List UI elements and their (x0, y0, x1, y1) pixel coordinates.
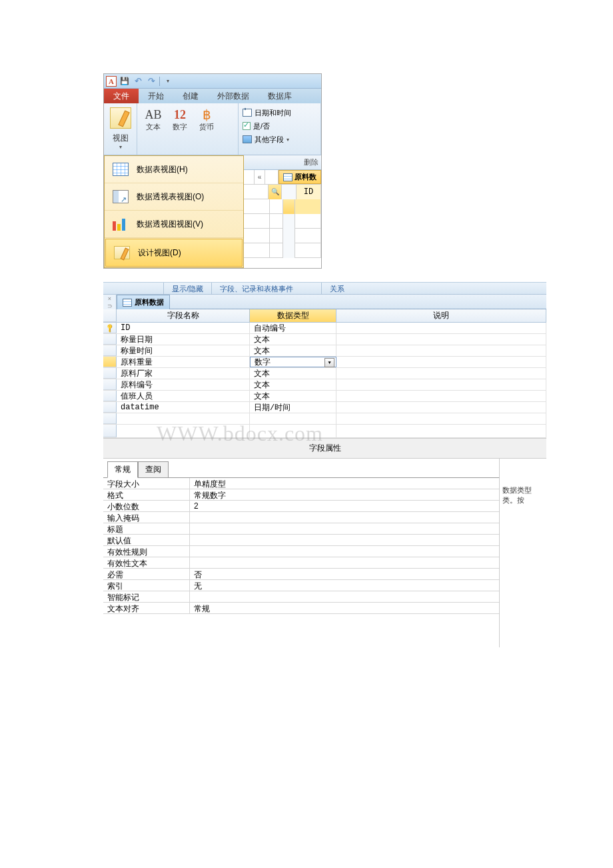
collapse-nav-icon[interactable]: « (255, 170, 265, 185)
design-table-tab[interactable]: 原料数据 (117, 295, 170, 309)
data-type-cell[interactable]: 日期/时间 (250, 402, 336, 413)
property-value[interactable] (190, 591, 499, 602)
field-type-text[interactable]: AB 文本 (143, 107, 164, 151)
field-type-number[interactable]: 12 数字 (169, 107, 191, 151)
delete-label[interactable]: 删除 (304, 157, 318, 167)
description-cell[interactable] (336, 345, 546, 356)
property-value[interactable]: 2 (190, 501, 499, 511)
property-row[interactable]: 文本对齐常规 (103, 603, 499, 614)
field-row[interactable]: 🔑ID自动编号 (103, 323, 546, 334)
row-selector[interactable] (103, 413, 117, 424)
property-value[interactable]: 常规 (190, 603, 499, 613)
row-selector[interactable] (103, 334, 117, 345)
field-name-cell[interactable]: 原料编号 (117, 379, 250, 390)
view-button-icon[interactable] (110, 107, 131, 129)
field-name-cell[interactable]: 称量日期 (117, 334, 250, 345)
field-row[interactable]: datatime日期/时间 (103, 402, 546, 413)
property-row[interactable]: 必需否 (103, 569, 499, 580)
property-row[interactable]: 标题 (103, 523, 499, 535)
field-row[interactable]: 原料厂家文本 (103, 368, 546, 379)
qat-customize-icon[interactable]: ▾ (163, 76, 173, 87)
undo-icon[interactable]: ↶ (133, 76, 143, 87)
data-type-cell[interactable]: 文本 (250, 368, 336, 379)
tab-database[interactable]: 数据库 (259, 89, 301, 103)
field-row[interactable]: 称量日期文本 (103, 334, 546, 345)
empty-field-row[interactable] (103, 425, 546, 438)
redo-icon[interactable]: ↷ (146, 76, 157, 87)
field-type-more[interactable]: 其他字段 ▾ (243, 133, 316, 146)
data-type-cell[interactable]: 自动编号 (250, 323, 336, 333)
property-value[interactable]: 常规数字 (190, 489, 499, 500)
property-row[interactable]: 索引无 (103, 580, 499, 591)
field-name-cell[interactable]: 原料重量 (117, 357, 250, 367)
property-value[interactable]: 单精度型 (190, 478, 499, 489)
property-row[interactable]: 格式常规数字 (103, 489, 499, 501)
field-row[interactable]: 值班人员文本 (103, 391, 546, 402)
save-icon[interactable]: 💾 (119, 76, 130, 87)
menu-pivottable-view[interactable]: 数据透视表视图(O) (105, 183, 243, 211)
property-row[interactable]: 智能标记 (103, 591, 499, 603)
property-value[interactable] (190, 535, 499, 545)
menu-design-view[interactable]: 设计视图(D) (105, 239, 243, 267)
tab-external-data[interactable]: 外部数据 (208, 89, 259, 103)
tab-create[interactable]: 创建 (173, 89, 208, 103)
data-type-cell[interactable]: 文本 (250, 345, 336, 356)
row-selector[interactable] (103, 391, 117, 401)
search-button[interactable]: 🔍 (269, 185, 282, 199)
property-value[interactable] (190, 546, 499, 557)
empty-field-row[interactable] (103, 413, 546, 425)
field-name-cell[interactable]: ID (117, 323, 250, 333)
row-selector[interactable] (103, 345, 117, 356)
property-value[interactable] (190, 523, 499, 534)
menu-pivotchart-view[interactable]: 数据透视图视图(V) (105, 211, 243, 238)
description-cell[interactable] (336, 323, 546, 333)
field-type-yesno[interactable]: 是/否 (243, 119, 316, 133)
col-header-fieldname[interactable]: 字段名称 (117, 309, 250, 322)
property-row[interactable]: 小数位数2 (103, 501, 499, 512)
description-cell[interactable] (336, 391, 546, 401)
field-row[interactable]: 原料重量数字▼ (103, 357, 546, 368)
data-type-cell[interactable]: 文本 (250, 379, 336, 390)
row-selector[interactable] (283, 199, 295, 214)
menu-datasheet-view[interactable]: 数据表视图(H) (105, 156, 243, 183)
view-button-label[interactable]: 视图 (113, 133, 129, 144)
view-dropdown-arrow[interactable]: ▾ (119, 144, 122, 150)
row-selector[interactable] (103, 425, 117, 437)
tab-home[interactable]: 开始 (139, 89, 173, 103)
field-type-currency[interactable]: ฿ 货币 (196, 107, 217, 151)
property-value[interactable]: 否 (190, 569, 499, 579)
table-tab[interactable]: 原料数 (279, 170, 321, 184)
field-name-cell[interactable]: 值班人员 (117, 391, 250, 401)
description-cell[interactable] (336, 379, 546, 390)
select-all-corner[interactable] (103, 309, 117, 322)
description-cell[interactable] (336, 368, 546, 379)
row-selector[interactable]: 🔑 (103, 323, 117, 333)
property-row[interactable]: 默认值 (103, 535, 499, 546)
description-cell[interactable] (336, 357, 546, 367)
col-header-datatype[interactable]: 数据类型 (250, 309, 336, 322)
property-value[interactable] (190, 512, 499, 523)
data-type-cell[interactable]: 文本 (250, 334, 336, 345)
property-value[interactable] (190, 557, 499, 568)
description-cell[interactable] (336, 334, 546, 345)
col-header-description[interactable]: 说明 (336, 309, 546, 322)
field-name-cell[interactable]: datatime (117, 402, 250, 413)
field-type-datetime[interactable]: 日期和时间 (243, 106, 316, 119)
property-value[interactable]: 无 (190, 580, 499, 591)
column-header-id[interactable]: ID (297, 185, 321, 199)
row-selector[interactable] (103, 357, 117, 367)
description-cell[interactable] (336, 402, 546, 413)
data-type-cell[interactable]: 数字▼ (250, 357, 336, 367)
tab-file[interactable]: 文件 (104, 89, 139, 103)
field-name-cell[interactable]: 原料厂家 (117, 368, 250, 379)
field-row[interactable]: 称量时间文本 (103, 345, 546, 357)
data-type-cell[interactable]: 文本 (250, 391, 336, 401)
property-row[interactable]: 字段大小单精度型 (103, 478, 499, 489)
datatype-dropdown-icon[interactable]: ▼ (324, 358, 334, 367)
row-selector[interactable] (103, 402, 117, 413)
tab-lookup[interactable]: 查阅 (138, 461, 169, 478)
row-selector[interactable] (103, 368, 117, 379)
row-selector[interactable] (103, 379, 117, 390)
field-row[interactable]: 原料编号文本 (103, 379, 546, 391)
property-row[interactable]: 有效性文本 (103, 557, 499, 569)
